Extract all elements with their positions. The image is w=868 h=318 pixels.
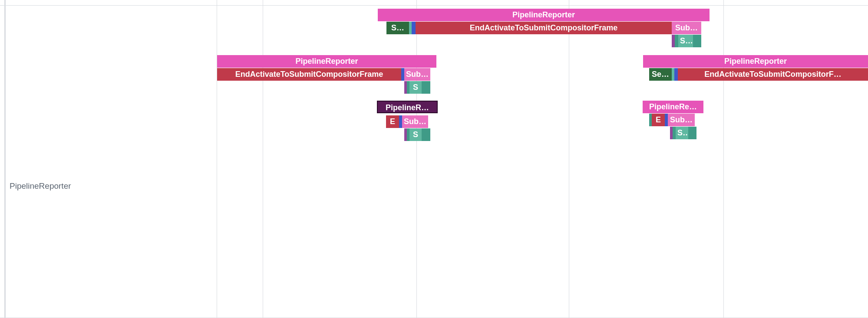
slice-tiny[interactable] xyxy=(674,68,678,81)
slice-submit[interactable]: Sub… xyxy=(672,22,701,34)
slice-submit-inner[interactable]: S xyxy=(409,81,422,94)
slice-submit-inner[interactable]: S… xyxy=(678,35,693,47)
slice-submit[interactable]: Sub… xyxy=(402,115,428,128)
slice-pipelinereporter[interactable]: PipelineRe… xyxy=(643,101,703,113)
slice-end-activate[interactable]: E xyxy=(652,114,665,126)
slice-pipelinereporter[interactable]: PipelineReporter xyxy=(378,9,710,21)
slice-end-activate[interactable]: EndActivateToSubmitCompositorF… xyxy=(678,68,868,81)
slice-tiny[interactable] xyxy=(422,128,430,141)
slice-tiny[interactable] xyxy=(412,22,416,34)
slice-tiny[interactable] xyxy=(688,127,696,139)
slice-end-activate[interactable]: EndActivateToSubmitCompositorFrame xyxy=(217,68,401,81)
slice-pipelinereporter[interactable]: PipelineReporter xyxy=(217,55,436,68)
trace-viewport[interactable]: PipelineReporter PipelineReporterS…EndAc… xyxy=(0,0,868,318)
slice-tiny[interactable] xyxy=(422,81,430,94)
slice-submit[interactable]: Sub… xyxy=(404,68,430,81)
slice-submit-inner[interactable]: S… xyxy=(676,127,688,139)
track-left-border xyxy=(4,0,6,318)
slice-end-activate[interactable]: E xyxy=(386,115,399,128)
slice-pipelinereporter[interactable]: PipelineReporter xyxy=(643,55,868,68)
slice-send-begin-frame[interactable]: S… xyxy=(386,22,409,34)
slice-tiny[interactable] xyxy=(675,35,678,47)
slice-submit-inner[interactable]: S xyxy=(409,128,422,141)
slice-pipelinereporter-selected[interactable]: PipelineR… xyxy=(377,101,438,113)
track-name-label: PipelineReporter xyxy=(10,181,71,191)
slice-submit[interactable]: Sub… xyxy=(668,114,695,126)
slice-send-begin-frame[interactable]: Se… xyxy=(649,68,672,81)
timeline-grid xyxy=(0,0,868,318)
slice-end-activate[interactable]: EndActivateToSubmitCompositorFrame xyxy=(416,22,672,34)
slice-tiny[interactable] xyxy=(693,35,701,47)
